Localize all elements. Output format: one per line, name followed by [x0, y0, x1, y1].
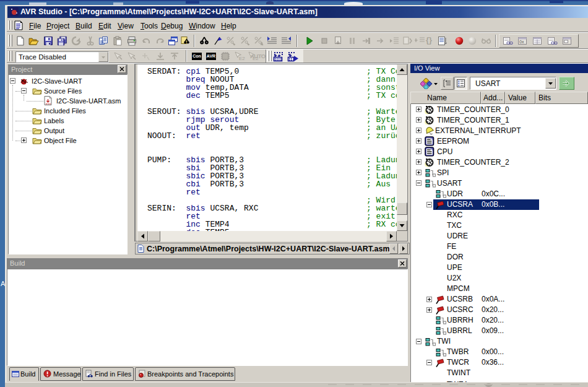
svg-text:E2: E2 [239, 56, 245, 61]
svg-text:0x: 0x [519, 40, 524, 44]
